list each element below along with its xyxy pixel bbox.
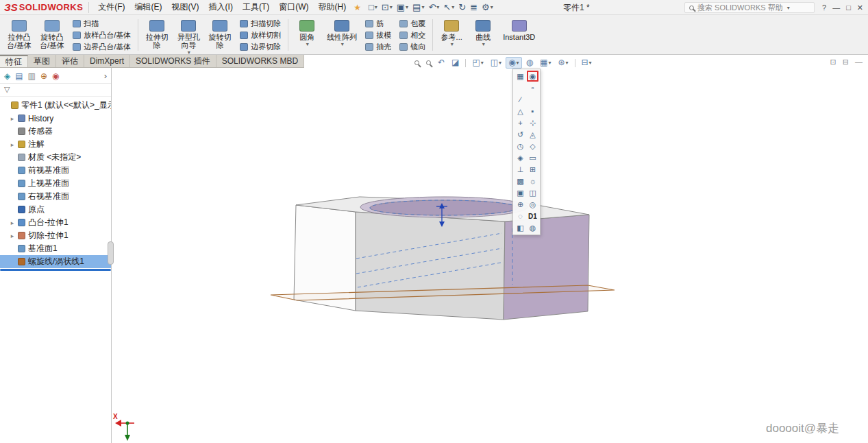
view-curves-toggle[interactable]: ⊹ <box>527 117 538 128</box>
maximize-button[interactable]: □ <box>845 0 852 15</box>
undo-button[interactable]: ↶▾ <box>426 1 441 14</box>
view-orientation-button[interactable]: ◰▾ <box>469 57 486 69</box>
view-3d-sketch-planes-toggle[interactable]: ◬ <box>527 129 538 140</box>
document-close-button[interactable]: — <box>855 58 863 67</box>
rebuild-button[interactable]: ↻ <box>456 1 468 14</box>
configurationmanager-tab-icon[interactable]: ▥ <box>28 71 36 81</box>
tree-item-material[interactable]: 材质 <未指定> <box>0 151 111 164</box>
document-restore-button[interactable]: ⊡ <box>830 58 836 67</box>
view-dimension-names-toggle[interactable]: ⊥ <box>514 164 526 175</box>
lofted-cut-button[interactable]: 放样切割 <box>237 29 284 40</box>
dimxpertmanager-tab-icon[interactable]: ⊕ <box>40 71 47 81</box>
tree-item-right-plane[interactable]: 右视基准面 <box>0 190 111 203</box>
view-coordinate-systems-toggle[interactable]: + <box>514 117 526 128</box>
options-button[interactable]: ⚙▾ <box>480 1 495 14</box>
menu-item[interactable]: 文件(F) <box>93 0 129 14</box>
revolved-cut-button[interactable]: 旋转切 除 <box>204 17 236 53</box>
tree-item-front-plane[interactable]: 前视基准面 <box>0 164 111 177</box>
print-button[interactable]: ▤▾ <box>410 1 426 14</box>
view-origins-toggle[interactable]: ▪ <box>527 106 538 117</box>
graphics-viewport[interactable]: X ↶◪◰▾◫▾◉▾◍▦▾⊛▾⊟▾ ▦◉▫∕△▪+⊹↺◬◷◇◈▭⊥⊞▩☼▣◫⊕◎… <box>112 56 868 443</box>
tree-root[interactable]: 零件1 (默认<<默认>_显示状态... <box>0 99 111 112</box>
draft-button[interactable]: 拔模 <box>362 29 394 40</box>
tree-item-cut-extrude1[interactable]: ▸切除-拉伸1 <box>0 229 111 242</box>
tree-item-plane1[interactable]: 基准面1 <box>0 242 111 255</box>
panel-splitter-handle[interactable] <box>108 241 114 265</box>
featuremanager-tab-icon[interactable]: ◈ <box>4 71 10 81</box>
view-sketches-toggle[interactable]: ↺ <box>514 129 526 140</box>
displaymanager-tab-icon[interactable]: ◉ <box>52 71 59 81</box>
view-environment-toggle[interactable]: ◧ <box>514 222 526 233</box>
view-all-annotations-toggle[interactable]: ◎ <box>527 199 538 210</box>
apply-scene-button[interactable]: ▦▾ <box>537 57 554 69</box>
expand-chevron-icon[interactable]: › <box>104 71 107 81</box>
part-model[interactable] <box>271 197 615 320</box>
zoom-to-fit-button[interactable] <box>412 59 422 67</box>
wrap-button[interactable]: 包覆 <box>397 18 428 29</box>
rollback-bar[interactable] <box>0 269 111 271</box>
tab-solidworks-addins[interactable]: SOLIDWORKS 插件 <box>130 55 216 67</box>
open-button[interactable]: ⊡▾ <box>380 1 395 14</box>
view-grid-toggle[interactable]: ⊞ <box>527 164 538 175</box>
search-box[interactable]: 搜索 SOLIDWORKS 帮助 ▾ <box>684 2 815 13</box>
file-properties-button[interactable]: ≣ <box>468 1 480 14</box>
lofted-boss-base-button[interactable]: 放样凸台/基体 <box>70 29 134 40</box>
view-parting-lines-toggle[interactable]: ◈ <box>514 152 526 163</box>
edit-appearance-button[interactable]: ◍ <box>523 57 536 69</box>
dimension-label-d1[interactable]: D1 <box>527 211 538 222</box>
menu-item[interactable]: 窗口(W) <box>274 0 313 14</box>
tree-item-top-plane[interactable]: 上视基准面 <box>0 177 111 190</box>
pin-menu-icon[interactable]: ★ <box>354 3 361 12</box>
view-routing-points-toggle[interactable]: ▭ <box>527 152 538 163</box>
tree-item-boss-extrude1[interactable]: ▸凸台-拉伸1 <box>0 216 111 229</box>
reference-geometry-button[interactable]: 参考...▾ <box>436 17 467 53</box>
boundary-cut-button[interactable]: 边界切除 <box>237 41 284 52</box>
document-minimize-button[interactable]: ⊟ <box>843 58 849 67</box>
view-points-toggle[interactable]: ▫ <box>527 82 538 93</box>
menu-item[interactable]: 帮助(H) <box>314 0 351 14</box>
view-sensors-toggle[interactable]: ⊕ <box>514 199 526 210</box>
search-dropdown-icon[interactable]: ▾ <box>787 5 790 11</box>
view-planes-toggle[interactable]: ▦ <box>514 71 526 82</box>
tree-item-history[interactable]: ▸History <box>0 112 111 125</box>
instant3d-button[interactable]: Instant3D <box>499 17 539 53</box>
view-visibility-toggle[interactable]: ◉ <box>527 71 538 82</box>
intersect-button[interactable]: 相交 <box>397 29 428 40</box>
zoom-to-area-button[interactable] <box>423 59 434 67</box>
help-button[interactable]: ? <box>821 0 827 15</box>
view-settings-button[interactable]: ⊛▾ <box>555 57 571 69</box>
menu-item[interactable]: 插入(I) <box>204 0 238 14</box>
view-cameras-toggle[interactable]: ▣ <box>514 187 526 198</box>
tab-sketch[interactable]: 草图 <box>28 55 56 67</box>
revolved-boss-base-button[interactable]: 旋转凸 台/基体 <box>36 17 69 53</box>
select-button[interactable]: ↖▾ <box>441 1 456 14</box>
view-axes-toggle[interactable]: △ <box>514 106 526 117</box>
swept-boss-base-button[interactable]: 扫描 <box>70 18 134 29</box>
tree-item-helix-spiral1[interactable]: 螺旋线/涡状线1 <box>0 255 111 268</box>
boundary-boss-base-button[interactable]: 边界凸台/基体 <box>70 41 134 52</box>
tree-item-origin[interactable]: 原点 <box>0 203 111 216</box>
menu-item[interactable]: 编辑(E) <box>130 0 167 14</box>
view-sketch-dimensions-toggle[interactable]: ◷ <box>514 141 526 152</box>
filter-row[interactable]: ▽ <box>0 84 111 97</box>
tab-dimxpert[interactable]: DimXpert <box>84 55 130 67</box>
curves-button[interactable]: 曲线▾ <box>467 17 499 53</box>
linear-pattern-button[interactable]: 线性阵列▾ <box>323 17 361 53</box>
close-button[interactable]: ✕ <box>856 0 864 15</box>
hide-show-items-button[interactable]: ◉▾ <box>506 57 522 69</box>
new-document-button[interactable]: □▾ <box>367 1 380 14</box>
view-hide-all-toggle[interactable]: ◌ <box>514 211 526 222</box>
tab-features[interactable]: 特征 <box>0 55 28 67</box>
tree-item-annotations[interactable]: ▸注解 <box>0 138 111 151</box>
propertymanager-tab-icon[interactable]: ▤ <box>15 71 23 81</box>
view-weld-beads-toggle[interactable]: ▩ <box>514 176 526 187</box>
mirror-button[interactable]: 镜向 <box>397 41 428 52</box>
pane-options-button[interactable]: ⊟▾ <box>579 57 595 69</box>
view-temporary-axes-toggle[interactable]: ∕ <box>514 94 526 105</box>
extruded-boss-base-button[interactable]: 拉伸凸 台/基体 <box>3 17 36 53</box>
shell-button[interactable]: 抽壳 <box>362 41 394 52</box>
display-style-button[interactable]: ◫▾ <box>488 57 504 69</box>
save-button[interactable]: ▣▾ <box>395 1 410 14</box>
extruded-cut-button[interactable]: 拉伸切 除 <box>141 17 173 53</box>
rib-button[interactable]: 筋 <box>362 18 394 29</box>
